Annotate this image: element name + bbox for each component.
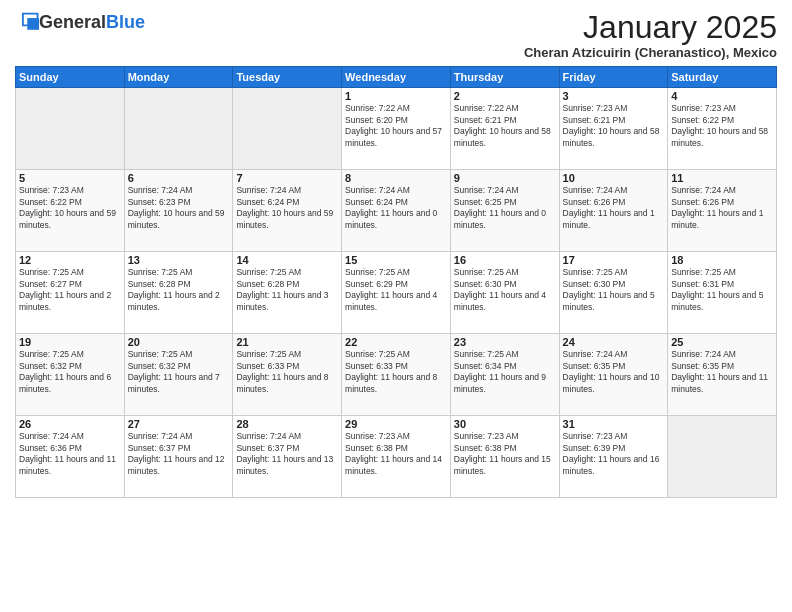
day-info: Sunrise: 7:24 AM Sunset: 6:25 PM Dayligh… xyxy=(454,185,556,231)
day-info: Sunrise: 7:22 AM Sunset: 6:20 PM Dayligh… xyxy=(345,103,447,149)
table-cell: 18 Sunrise: 7:25 AM Sunset: 6:31 PM Dayl… xyxy=(668,252,777,334)
table-cell: 24 Sunrise: 7:24 AM Sunset: 6:35 PM Dayl… xyxy=(559,334,668,416)
table-cell: 10 Sunrise: 7:24 AM Sunset: 6:26 PM Dayl… xyxy=(559,170,668,252)
table-cell xyxy=(124,88,233,170)
logo: GeneralBlue xyxy=(15,10,145,36)
table-cell: 4 Sunrise: 7:23 AM Sunset: 6:22 PM Dayli… xyxy=(668,88,777,170)
table-cell: 3 Sunrise: 7:23 AM Sunset: 6:21 PM Dayli… xyxy=(559,88,668,170)
table-cell: 9 Sunrise: 7:24 AM Sunset: 6:25 PM Dayli… xyxy=(450,170,559,252)
table-cell: 21 Sunrise: 7:25 AM Sunset: 6:33 PM Dayl… xyxy=(233,334,342,416)
table-cell: 15 Sunrise: 7:25 AM Sunset: 6:29 PM Dayl… xyxy=(342,252,451,334)
day-number: 5 xyxy=(19,172,121,184)
day-number: 29 xyxy=(345,418,447,430)
day-info: Sunrise: 7:25 AM Sunset: 6:28 PM Dayligh… xyxy=(128,267,230,313)
day-info: Sunrise: 7:23 AM Sunset: 6:21 PM Dayligh… xyxy=(563,103,665,149)
day-info: Sunrise: 7:23 AM Sunset: 6:22 PM Dayligh… xyxy=(19,185,121,231)
day-number: 30 xyxy=(454,418,556,430)
day-info: Sunrise: 7:24 AM Sunset: 6:26 PM Dayligh… xyxy=(671,185,773,231)
day-info: Sunrise: 7:24 AM Sunset: 6:26 PM Dayligh… xyxy=(563,185,665,231)
header-thursday: Thursday xyxy=(450,67,559,88)
table-cell: 28 Sunrise: 7:24 AM Sunset: 6:37 PM Dayl… xyxy=(233,416,342,498)
day-info: Sunrise: 7:25 AM Sunset: 6:30 PM Dayligh… xyxy=(563,267,665,313)
svg-marker-1 xyxy=(27,18,39,30)
day-info: Sunrise: 7:24 AM Sunset: 6:24 PM Dayligh… xyxy=(345,185,447,231)
table-cell: 2 Sunrise: 7:22 AM Sunset: 6:21 PM Dayli… xyxy=(450,88,559,170)
day-number: 10 xyxy=(563,172,665,184)
day-info: Sunrise: 7:25 AM Sunset: 6:29 PM Dayligh… xyxy=(345,267,447,313)
day-number: 24 xyxy=(563,336,665,348)
day-number: 13 xyxy=(128,254,230,266)
table-cell: 1 Sunrise: 7:22 AM Sunset: 6:20 PM Dayli… xyxy=(342,88,451,170)
day-number: 31 xyxy=(563,418,665,430)
table-cell: 11 Sunrise: 7:24 AM Sunset: 6:26 PM Dayl… xyxy=(668,170,777,252)
day-info: Sunrise: 7:23 AM Sunset: 6:39 PM Dayligh… xyxy=(563,431,665,477)
day-info: Sunrise: 7:24 AM Sunset: 6:37 PM Dayligh… xyxy=(236,431,338,477)
table-cell: 30 Sunrise: 7:23 AM Sunset: 6:38 PM Dayl… xyxy=(450,416,559,498)
day-info: Sunrise: 7:25 AM Sunset: 6:28 PM Dayligh… xyxy=(236,267,338,313)
table-cell: 6 Sunrise: 7:24 AM Sunset: 6:23 PM Dayli… xyxy=(124,170,233,252)
day-number: 20 xyxy=(128,336,230,348)
day-info: Sunrise: 7:25 AM Sunset: 6:32 PM Dayligh… xyxy=(19,349,121,395)
header-wednesday: Wednesday xyxy=(342,67,451,88)
calendar: Sunday Monday Tuesday Wednesday Thursday… xyxy=(15,66,777,498)
month-title: January 2025 xyxy=(524,10,777,45)
day-info: Sunrise: 7:23 AM Sunset: 6:22 PM Dayligh… xyxy=(671,103,773,149)
day-info: Sunrise: 7:24 AM Sunset: 6:37 PM Dayligh… xyxy=(128,431,230,477)
day-number: 18 xyxy=(671,254,773,266)
day-number: 19 xyxy=(19,336,121,348)
day-info: Sunrise: 7:25 AM Sunset: 6:33 PM Dayligh… xyxy=(345,349,447,395)
table-cell xyxy=(668,416,777,498)
day-number: 3 xyxy=(563,90,665,102)
day-number: 4 xyxy=(671,90,773,102)
day-number: 2 xyxy=(454,90,556,102)
day-number: 11 xyxy=(671,172,773,184)
day-number: 9 xyxy=(454,172,556,184)
table-cell xyxy=(233,88,342,170)
location-title: Cheran Atzicuirin (Cheranastico), Mexico xyxy=(524,45,777,60)
day-info: Sunrise: 7:25 AM Sunset: 6:33 PM Dayligh… xyxy=(236,349,338,395)
day-number: 8 xyxy=(345,172,447,184)
day-number: 21 xyxy=(236,336,338,348)
day-number: 17 xyxy=(563,254,665,266)
table-cell: 5 Sunrise: 7:23 AM Sunset: 6:22 PM Dayli… xyxy=(16,170,125,252)
table-cell: 26 Sunrise: 7:24 AM Sunset: 6:36 PM Dayl… xyxy=(16,416,125,498)
day-info: Sunrise: 7:23 AM Sunset: 6:38 PM Dayligh… xyxy=(345,431,447,477)
table-cell: 14 Sunrise: 7:25 AM Sunset: 6:28 PM Dayl… xyxy=(233,252,342,334)
table-cell xyxy=(16,88,125,170)
day-number: 7 xyxy=(236,172,338,184)
header-friday: Friday xyxy=(559,67,668,88)
day-number: 26 xyxy=(19,418,121,430)
day-number: 22 xyxy=(345,336,447,348)
table-cell: 12 Sunrise: 7:25 AM Sunset: 6:27 PM Dayl… xyxy=(16,252,125,334)
table-cell: 20 Sunrise: 7:25 AM Sunset: 6:32 PM Dayl… xyxy=(124,334,233,416)
day-info: Sunrise: 7:25 AM Sunset: 6:34 PM Dayligh… xyxy=(454,349,556,395)
day-number: 16 xyxy=(454,254,556,266)
day-info: Sunrise: 7:25 AM Sunset: 6:27 PM Dayligh… xyxy=(19,267,121,313)
table-cell: 16 Sunrise: 7:25 AM Sunset: 6:30 PM Dayl… xyxy=(450,252,559,334)
day-number: 6 xyxy=(128,172,230,184)
day-number: 27 xyxy=(128,418,230,430)
day-info: Sunrise: 7:24 AM Sunset: 6:24 PM Dayligh… xyxy=(236,185,338,231)
table-cell: 31 Sunrise: 7:23 AM Sunset: 6:39 PM Dayl… xyxy=(559,416,668,498)
day-info: Sunrise: 7:25 AM Sunset: 6:30 PM Dayligh… xyxy=(454,267,556,313)
logo-blue-text: Blue xyxy=(106,12,145,32)
table-cell: 25 Sunrise: 7:24 AM Sunset: 6:35 PM Dayl… xyxy=(668,334,777,416)
day-number: 15 xyxy=(345,254,447,266)
day-info: Sunrise: 7:24 AM Sunset: 6:36 PM Dayligh… xyxy=(19,431,121,477)
day-number: 25 xyxy=(671,336,773,348)
day-info: Sunrise: 7:24 AM Sunset: 6:35 PM Dayligh… xyxy=(563,349,665,395)
day-info: Sunrise: 7:24 AM Sunset: 6:35 PM Dayligh… xyxy=(671,349,773,395)
table-cell: 19 Sunrise: 7:25 AM Sunset: 6:32 PM Dayl… xyxy=(16,334,125,416)
header-sunday: Sunday xyxy=(16,67,125,88)
day-info: Sunrise: 7:22 AM Sunset: 6:21 PM Dayligh… xyxy=(454,103,556,149)
table-cell: 27 Sunrise: 7:24 AM Sunset: 6:37 PM Dayl… xyxy=(124,416,233,498)
table-cell: 23 Sunrise: 7:25 AM Sunset: 6:34 PM Dayl… xyxy=(450,334,559,416)
day-info: Sunrise: 7:25 AM Sunset: 6:31 PM Dayligh… xyxy=(671,267,773,313)
logo-general-text: General xyxy=(39,12,106,32)
day-number: 1 xyxy=(345,90,447,102)
day-number: 12 xyxy=(19,254,121,266)
day-number: 14 xyxy=(236,254,338,266)
table-cell: 13 Sunrise: 7:25 AM Sunset: 6:28 PM Dayl… xyxy=(124,252,233,334)
day-info: Sunrise: 7:23 AM Sunset: 6:38 PM Dayligh… xyxy=(454,431,556,477)
header-tuesday: Tuesday xyxy=(233,67,342,88)
